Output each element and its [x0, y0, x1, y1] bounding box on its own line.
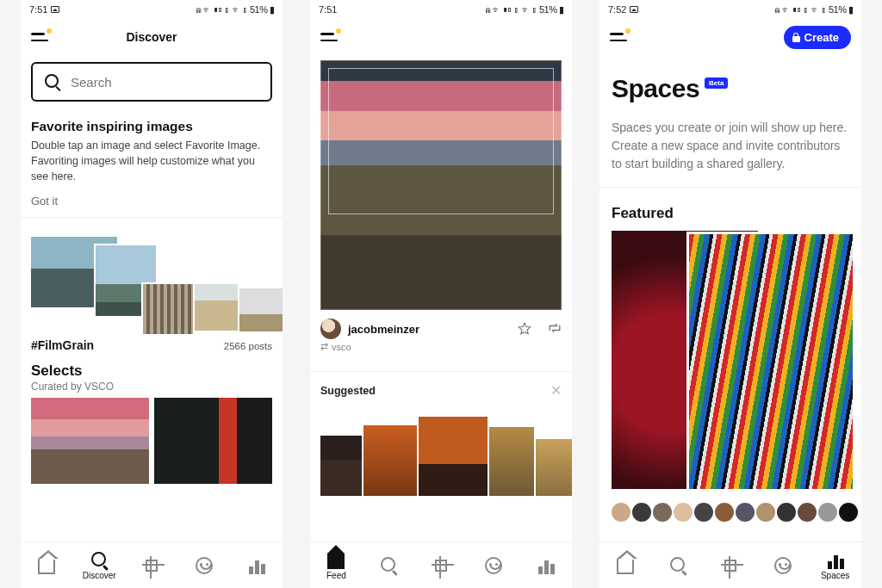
feed-post-image[interactable] — [320, 60, 562, 310]
nav-spaces[interactable] — [230, 542, 283, 588]
menu-icon[interactable] — [31, 30, 50, 44]
status-bar: 7:52 ⋒ ᯤ ▮▯ ⫾ ᯤ ⫾ 51% ▮ — [599, 0, 861, 19]
beta-badge: Beta — [705, 77, 728, 89]
status-battery: 51% — [539, 4, 557, 15]
got-it-button[interactable]: Got it — [31, 195, 58, 207]
nav-label: Spaces — [821, 571, 849, 580]
contributor-avatars[interactable] — [599, 496, 861, 522]
page-title: Discover — [21, 30, 283, 44]
info-title: Favorite inspiring images — [31, 119, 272, 134]
avatar[interactable] — [320, 319, 341, 339]
status-time: 7:51 — [319, 4, 337, 15]
featured-heading: Featured — [599, 188, 861, 231]
nav-profile[interactable] — [467, 542, 519, 588]
selects-title: Selects — [31, 362, 272, 380]
selects-subtitle: Curated by VSCO — [31, 381, 272, 393]
nav-studio[interactable] — [415, 542, 468, 588]
screenshot-icon — [630, 6, 638, 13]
repost-small-icon: ⇄ — [320, 341, 328, 352]
nav-profile[interactable] — [756, 542, 809, 588]
nav-discover[interactable] — [652, 542, 705, 588]
search-icon — [45, 74, 60, 90]
search-field[interactable] — [31, 62, 272, 102]
bottom-nav: Discover — [21, 542, 283, 588]
nav-label: Feed — [326, 571, 346, 580]
status-bar: 7:51 ⋒ ᯤ ▮▯ ⫾ ᯤ ⫾ 51% ▮ — [310, 0, 572, 19]
status-battery: 51% — [250, 4, 268, 15]
bottom-nav: Feed — [310, 542, 572, 588]
repost-icon[interactable] — [546, 321, 562, 333]
create-button[interactable]: Create — [784, 26, 851, 49]
status-time: 7:51 — [29, 4, 47, 15]
selects-image-1[interactable] — [31, 398, 149, 484]
nav-discover[interactable] — [363, 542, 415, 588]
filmgrain-collage[interactable] — [31, 237, 272, 331]
header: Discover — [21, 19, 283, 55]
featured-space[interactable] — [612, 231, 849, 496]
battery-icon: ▮ — [848, 4, 854, 15]
nav-home[interactable]: Feed — [310, 542, 363, 588]
status-indicators: ⋒ ᯤ ▮▯ ⫾ ᯤ ⫾ — [196, 4, 248, 15]
favorite-icon[interactable] — [517, 321, 532, 337]
battery-icon: ▮ — [559, 4, 564, 15]
nav-spaces[interactable] — [519, 542, 572, 588]
screen-discover: 7:51 ⋒ ᯤ ▮▯ ⫾ ᯤ ⫾ 51% ▮ Discover Favorit… — [21, 0, 283, 588]
screenshot-icon — [51, 6, 59, 13]
status-indicators: ⋒ ᯤ ▮▯ ⫾ ᯤ ⫾ — [485, 4, 537, 15]
header — [310, 19, 572, 55]
lock-icon — [792, 33, 800, 42]
hashtag-label[interactable]: #FilmGrain — [31, 338, 94, 352]
info-body: Double tap an image and select Favorite … — [31, 138, 272, 184]
selects-header[interactable]: Selects Curated by VSCO — [21, 362, 283, 398]
selects-image-2[interactable] — [154, 398, 272, 484]
search-icon — [379, 556, 398, 575]
create-label: Create — [804, 31, 839, 44]
status-time: 7:52 — [608, 4, 626, 15]
status-indicators: ⋒ ᯤ ▮▯ ⫾ ᯤ ⫾ — [774, 4, 827, 15]
nav-profile[interactable] — [177, 542, 230, 588]
search-input[interactable] — [71, 75, 258, 90]
suggested-label: Suggested — [320, 385, 376, 397]
nav-studio[interactable] — [705, 542, 757, 588]
screen-feed: 7:51 ⋒ ᯤ ▮▯ ⫾ ᯤ ⫾ 51% ▮ jacobmeinzer ⇄ v… — [310, 0, 572, 588]
search-icon — [90, 551, 109, 570]
status-bar: 7:51 ⋒ ᯤ ▮▯ ⫾ ᯤ ⫾ 51% ▮ — [21, 0, 283, 19]
battery-icon: ▮ — [270, 4, 275, 15]
reposted-by[interactable]: vsco — [332, 342, 351, 352]
status-battery: 51% — [829, 4, 847, 15]
nav-studio[interactable] — [126, 542, 178, 588]
post-count: 2566 posts — [224, 341, 272, 351]
nav-label: Discover — [83, 571, 116, 580]
nav-home[interactable] — [599, 542, 652, 588]
username[interactable]: jacobmeinzer — [348, 323, 419, 336]
menu-icon[interactable] — [610, 30, 629, 44]
menu-icon[interactable] — [320, 30, 339, 44]
suggested-collage[interactable] — [320, 418, 562, 496]
spaces-title: Spaces — [612, 74, 699, 103]
search-icon — [668, 556, 687, 575]
favorite-info: Favorite inspiring images Double tap an … — [21, 114, 283, 218]
nav-spaces[interactable]: Spaces — [809, 542, 861, 588]
close-icon[interactable]: ✕ — [550, 384, 562, 398]
nav-home[interactable] — [21, 542, 73, 588]
header: Create — [599, 19, 861, 55]
nav-discover[interactable]: Discover — [73, 542, 126, 588]
screen-spaces: 7:52 ⋒ ᯤ ▮▯ ⫾ ᯤ ⫾ 51% ▮ Create Spaces Be… — [599, 0, 861, 588]
spaces-description: Spaces you create or join will show up h… — [599, 108, 861, 188]
bottom-nav: Spaces — [599, 542, 861, 588]
